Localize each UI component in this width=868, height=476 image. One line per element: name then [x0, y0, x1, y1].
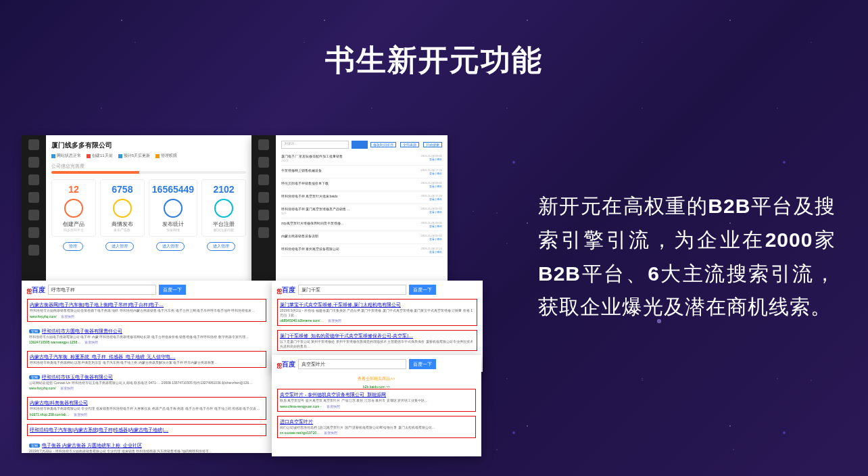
manage-button[interactable]: 进入管理 [207, 242, 235, 251]
list-row[interactable]: 呼和浩特电子秤 泰州真空设备有限公司2019-11-06 17:24查看 | 修… [281, 244, 442, 257]
search-input[interactable]: 关键词… [281, 141, 349, 149]
ring-icon [113, 199, 132, 218]
nav-icon [28, 192, 39, 203]
stat-card: 16565449 发布统计 加发商情 [149, 179, 197, 237]
search-result[interactable]: 官网呼和浩特市方圆电子衡器有限责任公司呼和浩特市方圆电子衡器有限公司 电子秤 内… [27, 326, 266, 348]
manage-button[interactable]: 管理 [63, 242, 83, 251]
company-name: 厦门线多多有限公司 [51, 141, 246, 150]
search-result[interactable]: 厦门干泵维修_知名的爱德华干式真空泵维修保养公司-真空泵|…以下是厦门干泵公司 … [277, 330, 477, 351]
logo-icon [28, 139, 39, 150]
screenshot-dashboard: 厦门线多多有限公司 网站状态正常 创建11天前 预计5天后更新 管理权限 公司信… [22, 135, 251, 281]
list-sidebar [251, 135, 276, 281]
stat-label: 平台注册 [205, 220, 243, 228]
stat-number: 2102 [205, 184, 243, 195]
ring-icon [164, 199, 183, 218]
stat-card: 2102 平台注册 解决注册问题 [201, 179, 246, 237]
list-row[interactable]: 呼伦贝尔电子秤销售报价单下载2019-11-06 09:01查看 | 修改 [281, 178, 442, 191]
manage-button[interactable]: 进入管理 [105, 242, 134, 251]
search-result[interactable]: 内蒙古衡器网|电子汽车衡|电子地上衡|电子吊秤|电子台秤|电子…呼和浩特市方圆衡… [27, 299, 266, 322]
list-rows: 厦门电子厂 家居装修等配件加工批量销售235字…2019-11-06 09:01… [281, 151, 442, 257]
search-result[interactable]: 真空泵叶片 - 泰州德凯真空设备有限公司_新能源网联系:真空泵型号 旋片真空泵 … [277, 389, 476, 412]
stat-sub: 发布广告数 [103, 228, 141, 232]
list-row[interactable]: zzp真空泵叶片维修保养时间及干泵维修…2019-11-06 09:01查看 |… [281, 218, 442, 231]
related-tip: 查看全部相关商品>> [272, 376, 481, 382]
dashboard-sidebar [22, 135, 46, 281]
manage-button[interactable]: 进入管理 [156, 242, 185, 251]
search-button[interactable]: 百度一下 [159, 285, 186, 295]
section-label: 公司信息完善度 [51, 163, 246, 170]
search-result[interactable]: 官网呼和浩特市钰玉电子衡器有限公司公司网站欢迎您 Contact Us 呼和浩特… [27, 372, 266, 394]
search-result[interactable]: 官网电子衡器 内蒙古衡器 方圆地磅车上称_企业社区2019年7月22日 - 呼和… [27, 440, 266, 454]
filter-button[interactable]: 全部来源 [400, 142, 419, 147]
search-button[interactable]: 百度一下 [409, 285, 436, 295]
list-row[interactable]: 呼和浩特电子秤 厦门真空泵维修及产品销售…知乎2019-11-06 09:01查… [281, 204, 442, 218]
search-result[interactable]: 呼和浩特电子汽车衡|内蒙古系统|电子秤|传感器|内蒙古电子地磅|… [27, 424, 266, 436]
search-result[interactable]: 内蒙古电|科奥衡器有限公司呼和浩特市科奥电子衡器有限公司 专业代理 批发销售呼和… [27, 397, 266, 420]
stat-number: 16565449 [152, 184, 194, 195]
search-query[interactable]: 真空泵叶片 [298, 359, 406, 369]
search-query[interactable]: 厦门干泵 [298, 285, 406, 295]
stat-card: 12 创建产品 同步至AI平台 [51, 179, 96, 237]
list-row[interactable]: 厦门电子厂 家居装修等配件加工批量销售235字…2019-11-06 09:01… [281, 151, 442, 166]
nav-icon [28, 157, 39, 168]
stat-label: 商情发布 [103, 220, 141, 228]
nav-icon [28, 174, 39, 185]
baidu-logo: ஐ百度 [277, 285, 295, 295]
tag: 管理权限 [155, 153, 177, 159]
stat-label: 创建产品 [55, 220, 93, 228]
nav-icon [28, 210, 39, 220]
screenshot-baidu-right-bot: ஐ百度 真空泵叶片 百度一下 查看全部相关商品>> b2b.baidu.com … [272, 355, 481, 456]
stat-number: 12 [55, 184, 93, 195]
search-result[interactable]: 厦门莱宝干式真空泵维修,干泵维修,厦门太程机电有限公司2019年9月2日 - 所… [277, 299, 477, 326]
filter-button[interactable]: 开始搜索 [423, 142, 442, 147]
tag: 创建11天前 [87, 153, 113, 159]
nav-icon [28, 245, 39, 256]
stat-sub: 同步至AI平台 [55, 228, 93, 232]
logo-icon [258, 139, 269, 150]
filter-button[interactable]: 修改时间排序 [370, 142, 396, 147]
stat-number: 6758 [103, 184, 141, 195]
nav-icon [258, 210, 269, 220]
list-row[interactable]: 干泵维修网上销售机械设备2019-11-06 17:24查看 | 修改 [281, 166, 442, 178]
baidu-logo: ஐ百度 [277, 360, 295, 369]
search-result[interactable]: 内蒙古电子汽车衡_称重系统_电子秤_传感器_电子地磅_无人值守电…呼和浩特市科奥… [27, 351, 266, 368]
description-text: 新开元在高权重的B2B平台及搜索引擎引流，为企业在2000家B2B平台、6大主流… [538, 189, 836, 324]
tag: 网站状态正常 [51, 153, 81, 159]
nav-icon [258, 157, 269, 168]
baidu-logo: ஐ百度 [27, 285, 45, 295]
slide-title: 书生新开元功能 [0, 41, 868, 80]
stat-sub: 解决注册问题 [205, 228, 243, 232]
nav-icon [258, 174, 269, 185]
stat-sub: 加发商情 [152, 228, 194, 232]
nav-icon [28, 227, 39, 238]
stat-card: 6758 商情发布 发布广告数 [100, 179, 145, 237]
status-tags: 网站状态正常 创建11天前 预计5天后更新 管理权限 [51, 153, 246, 159]
search-button[interactable] [352, 141, 368, 149]
ring-icon [214, 199, 233, 218]
search-result[interactable]: 进口真空泵叶片阅们公司诚经营浩何高档 [进口]真空泵叶片 国产/进薪机电有限公司… [277, 416, 476, 439]
list-row[interactable]: 内蒙古衡器销售设备说明2019-11-06 09:01查看 | 修改 [281, 231, 442, 244]
screenshot-baidu-left: ஐ百度 呼市电子秤 百度一下 内蒙古衡器网|电子汽车衡|电子地上衡|电子吊秤|电… [22, 281, 272, 453]
nav-icon [258, 192, 269, 203]
screenshot-collage: 厦门线多多有限公司 网站状态正常 创建11天前 预计5天后更新 管理权限 公司信… [22, 135, 481, 453]
ring-icon [64, 199, 83, 218]
tag: 预计5天后更新 [118, 153, 150, 159]
screenshot-list: 关键词… 修改时间排序 全部来源 开始搜索 厦门电子厂 家居装修等配件加工批量销… [251, 135, 448, 281]
search-button[interactable]: 百度一下 [409, 359, 436, 369]
progress-bar [51, 171, 246, 174]
search-query[interactable]: 呼市电子秤 [48, 285, 156, 295]
nav-icon [258, 227, 269, 238]
list-row[interactable]: 呼和浩特电子秤 真空泵叶片批发baidu2019-11-06 17:24查看 |… [281, 191, 442, 204]
stat-label: 发布统计 [152, 220, 194, 228]
